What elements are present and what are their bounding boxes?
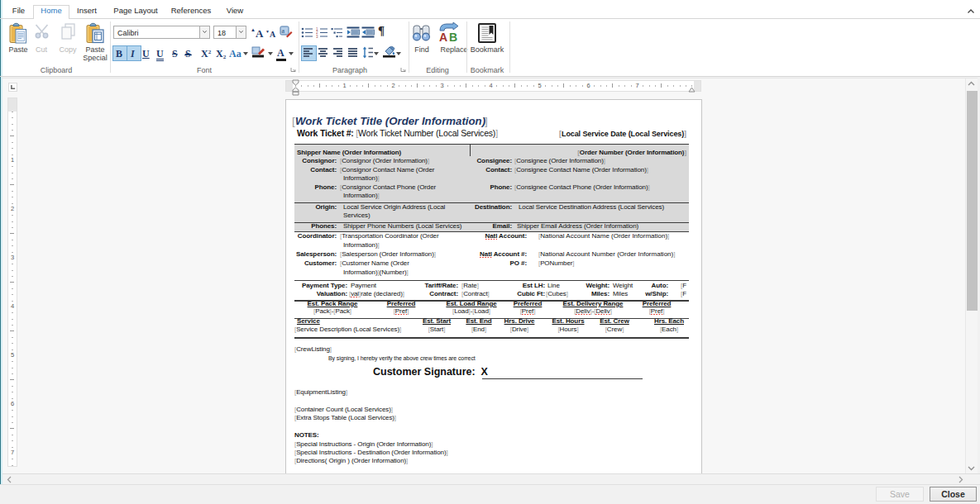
svg-text:3: 3 bbox=[316, 35, 318, 39]
svg-text:B: B bbox=[449, 31, 457, 42]
svg-text:A: A bbox=[439, 31, 447, 42]
svg-text:a: a bbox=[282, 27, 285, 35]
